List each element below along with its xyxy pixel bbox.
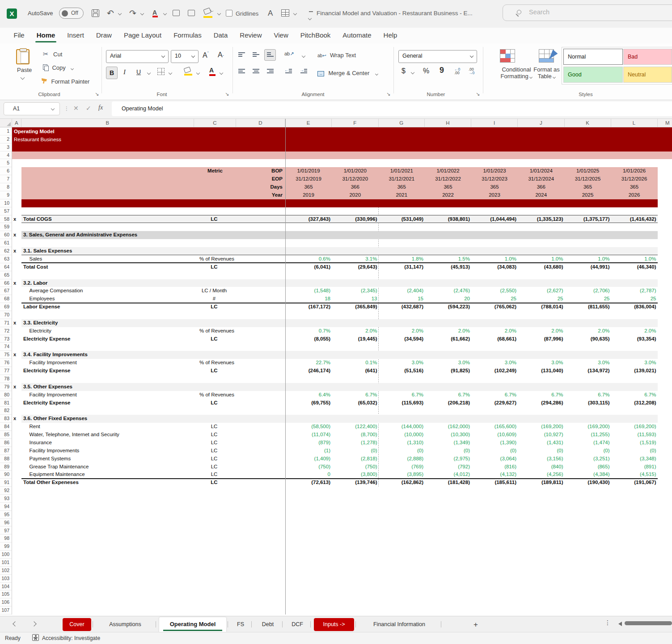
row-66-label[interactable]: 3.2. Labor <box>23 280 47 286</box>
cell-E89[interactable]: (750) <box>285 464 330 469</box>
menu-pitchbook[interactable]: PitchBook <box>294 28 337 43</box>
cell-J87[interactable]: (0) <box>518 448 563 453</box>
align-center-icon[interactable] <box>253 69 259 74</box>
cell-I63[interactable]: 1.0% <box>471 256 516 261</box>
menu-draw[interactable]: Draw <box>90 28 118 43</box>
save-icon[interactable] <box>92 9 99 17</box>
row-66-group-marker[interactable]: x <box>13 280 16 286</box>
cell-H77[interactable]: (91,825) <box>425 368 470 373</box>
row-header-89[interactable]: 89 <box>0 463 12 471</box>
row-header-69[interactable]: 69 <box>0 303 12 311</box>
cell-J80[interactable]: 6.7% <box>518 392 563 397</box>
cell-I73[interactable]: (68,661) <box>471 336 516 341</box>
row-58-group-marker[interactable]: x <box>13 216 16 222</box>
cell-L64[interactable]: (46,340) <box>611 264 656 269</box>
ribbon-font-color-button[interactable]: A <box>209 67 216 76</box>
fill-color-icon[interactable] <box>203 8 211 15</box>
row-header-81[interactable]: 81 <box>0 399 12 407</box>
cell-J91[interactable]: (189,811) <box>518 480 563 485</box>
row-header-91[interactable]: 91 <box>0 479 12 487</box>
fill-color-dropdown-icon[interactable] <box>217 12 221 15</box>
cell-K90[interactable]: (4,384) <box>565 471 610 477</box>
cell-L91[interactable]: (191,067) <box>611 480 656 485</box>
row-header-75[interactable]: 75 <box>0 351 12 359</box>
row-header-95[interactable]: 95 <box>0 511 12 519</box>
cell-I89[interactable]: (816) <box>471 464 516 469</box>
cell-J64[interactable]: (43,680) <box>518 264 563 269</box>
cell-E81[interactable]: (69,755) <box>285 400 330 405</box>
font-size-combo[interactable]: 10 <box>171 50 199 63</box>
cell-J76[interactable]: 3.0% <box>518 360 563 365</box>
cell-F89[interactable]: (750) <box>332 464 377 469</box>
cell-E73[interactable]: (8,055) <box>285 336 330 341</box>
menu-home[interactable]: Home <box>30 28 61 43</box>
cell-L69[interactable]: (836,004) <box>611 304 656 309</box>
row-header-61[interactable]: 61 <box>0 239 12 247</box>
row-header-70[interactable]: 70 <box>0 311 12 319</box>
row-header-86[interactable]: 86 <box>0 439 12 447</box>
cell-F76[interactable]: 0.1% <box>332 360 377 365</box>
col-header-H[interactable]: H <box>425 119 471 127</box>
number-dialog-launcher[interactable]: ↘ <box>476 91 480 97</box>
next-sheet-icon[interactable] <box>31 621 36 626</box>
row-header-92[interactable]: 92 <box>0 487 12 495</box>
row-69-label[interactable]: Labor Expense <box>23 304 60 309</box>
cell-J67[interactable]: (2,627) <box>518 288 563 293</box>
cell-J58[interactable]: (1,335,123) <box>518 216 563 222</box>
cell-E64[interactable]: (6,041) <box>285 264 330 269</box>
alignment-dialog-launcher[interactable]: ↘ <box>386 91 390 97</box>
cell-G81[interactable]: (115,693) <box>379 400 424 405</box>
row-header-59[interactable]: 59 <box>0 223 12 231</box>
cell-I86[interactable]: (1,390) <box>471 440 516 445</box>
cell-G84[interactable]: (144,000) <box>379 424 424 429</box>
cell-L76[interactable]: 3.0% <box>611 360 656 365</box>
cell-J72[interactable]: 2.0% <box>518 328 563 333</box>
row-header-62[interactable]: 62 <box>0 247 12 255</box>
style-neutral[interactable]: Neutral <box>623 67 672 83</box>
col-header-G[interactable]: G <box>379 119 425 127</box>
row-header-99[interactable]: 99 <box>0 543 12 551</box>
row-90-label[interactable]: Equipment Maintenance <box>30 471 85 477</box>
cell-F90[interactable]: (3,800) <box>332 471 377 477</box>
row-header-101[interactable]: 101 <box>0 559 12 567</box>
row-88-label[interactable]: Payment Systems <box>30 456 71 461</box>
cell-F68[interactable]: 13 <box>332 296 377 301</box>
fill-color-button[interactable] <box>184 67 192 76</box>
cell-I85[interactable]: (10,609) <box>471 432 516 437</box>
row-66-band[interactable] <box>21 279 658 287</box>
row-58-label[interactable]: Total COGS <box>23 216 52 222</box>
row-62-label[interactable]: 3.1. Sales Expenses <box>23 248 72 253</box>
cell-J68[interactable]: 25 <box>518 296 563 301</box>
cell-L67[interactable]: (2,787) <box>611 288 656 293</box>
row-67-label[interactable]: Average Compensation <box>30 288 83 293</box>
row-header-82[interactable]: 82 <box>0 407 12 415</box>
row-79-group-marker[interactable]: x <box>13 384 16 389</box>
row-72-label[interactable]: Electricity <box>30 328 51 333</box>
sheet-tab-operating-model[interactable]: Operating Model <box>159 617 226 632</box>
row-86-metric[interactable]: LC <box>194 440 234 445</box>
row-header-104[interactable]: 104 <box>0 583 12 591</box>
cell-F87[interactable]: (0) <box>332 448 377 453</box>
cell-I91[interactable]: (185,611) <box>471 480 516 485</box>
cell-I67[interactable]: (2,550) <box>471 288 516 293</box>
row-71-band[interactable] <box>21 319 658 327</box>
menu-automate[interactable]: Automate <box>337 28 377 43</box>
cell-K84[interactable]: (169,200) <box>565 424 610 429</box>
menu-formulas[interactable]: Formulas <box>168 28 208 43</box>
cell-G85[interactable]: (10,000) <box>379 432 424 437</box>
cell-F77[interactable]: (641) <box>332 368 377 373</box>
cell-I76[interactable]: 3.0% <box>471 360 516 365</box>
row-75-group-marker[interactable]: x <box>13 352 16 357</box>
cell-H81[interactable]: (206,218) <box>425 400 470 405</box>
row-header-93[interactable]: 93 <box>0 495 12 503</box>
cell-E90[interactable]: 0 <box>285 471 330 477</box>
row-header-105[interactable]: 105 <box>0 590 12 598</box>
cell-I77[interactable]: (102,249) <box>471 368 516 373</box>
format-painter-button[interactable]: Format Painter <box>42 77 89 85</box>
cell-E80[interactable]: 6.4% <box>285 392 330 397</box>
col-header-F[interactable]: F <box>332 119 379 127</box>
cell-K68[interactable]: 25 <box>565 296 610 301</box>
cell-G72[interactable]: 2.0% <box>379 328 424 333</box>
row-header-94[interactable]: 94 <box>0 503 12 511</box>
cell-L89[interactable]: (891) <box>611 464 656 469</box>
